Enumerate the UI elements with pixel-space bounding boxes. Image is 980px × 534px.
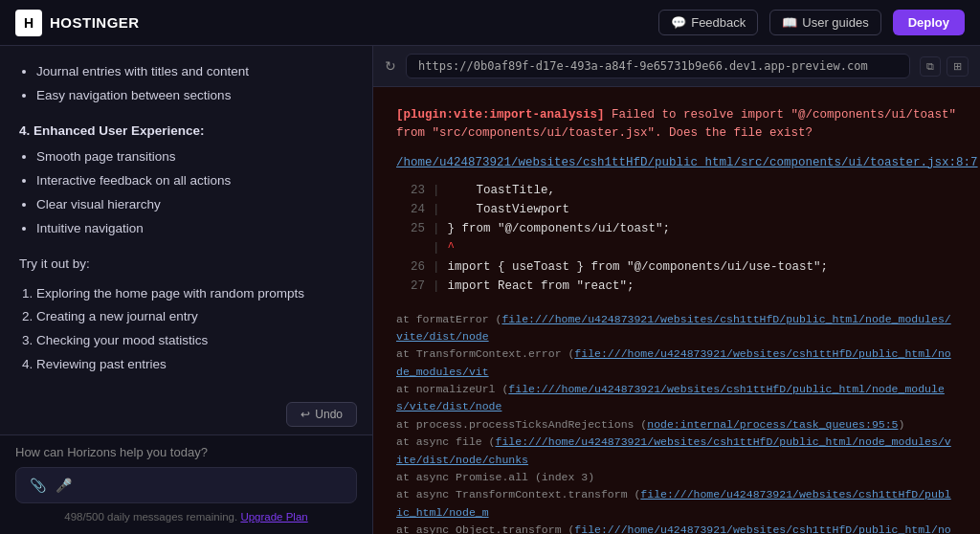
browser-icons: ⧉ ⊞ xyxy=(920,56,969,77)
chat-icon: 💬 xyxy=(671,15,686,30)
microphone-icon[interactable]: 🎤 xyxy=(56,478,72,493)
list-item: Creating a new journal entry xyxy=(36,306,353,328)
try-list: Exploring the home page with random prom… xyxy=(19,283,353,377)
code-line-27: 27 | import React from "react"; xyxy=(396,277,957,296)
logo-h-letter: H xyxy=(20,14,37,32)
stack-link-1[interactable]: file:///home/u424873921/websites/csh1ttH… xyxy=(396,313,951,343)
try-heading: Try it out by: xyxy=(19,254,353,276)
list-item: Interactive feedback on all actions xyxy=(36,170,353,192)
header: H HOSTINGER 💬 Feedback 📖 User guides Dep… xyxy=(0,0,980,46)
header-right: 💬 Feedback 📖 User guides Deploy xyxy=(658,10,965,35)
stack-line-7: at async TransformContext.transform (fil… xyxy=(396,486,957,522)
undo-icon: ↩ xyxy=(301,408,310,421)
list-item: Journal entries with titles and content xyxy=(36,61,353,83)
chat-input-box: 📎 🎤 xyxy=(15,467,357,503)
error-overlay: [plugin:vite:import-analysis] Failed to … xyxy=(373,87,980,534)
stack-line-8: at async Object.transform (file:///home/… xyxy=(396,522,957,534)
feedback-button[interactable]: 💬 Feedback xyxy=(658,10,758,35)
enhanced-ux-heading: 4. Enhanced User Experience: xyxy=(19,121,353,143)
main-layout: Journal entries with titles and content … xyxy=(0,46,980,534)
logo-icon: H xyxy=(15,10,42,36)
list-item: Reviewing past entries xyxy=(36,354,353,376)
error-plugin-label: [plugin:vite:import-analysis] xyxy=(396,108,605,122)
upgrade-link[interactable]: Upgrade Plan xyxy=(240,511,307,523)
enhanced-ux-block: 4. Enhanced User Experience: Smooth page… xyxy=(19,121,353,240)
list-item: Exploring the home page with random prom… xyxy=(36,283,353,305)
url-bar[interactable]: https://0b0af89f-d17e-493a-a84f-9e65731b… xyxy=(406,54,910,78)
refresh-icon[interactable]: ↻ xyxy=(385,58,396,74)
attachment-icon[interactable]: 📎 xyxy=(30,478,46,493)
list-item: Intuitive navigation xyxy=(36,218,353,240)
external-link-button[interactable]: ⊞ xyxy=(947,56,969,77)
chat-input[interactable] xyxy=(81,478,343,493)
code-line-caret: | ^ xyxy=(396,238,957,257)
error-file-link[interactable]: /home/u424873921/websites/csh1ttHfD/publ… xyxy=(396,156,957,169)
undo-bar: ↩ Undo xyxy=(0,394,372,434)
undo-button[interactable]: ↩ Undo xyxy=(286,402,357,427)
try-it-block: Try it out by: Exploring the home page w… xyxy=(19,254,353,377)
stack-line-4: at process.processTicksAndRejections (no… xyxy=(396,416,957,434)
left-panel: Journal entries with titles and content … xyxy=(0,46,373,534)
copy-icon-button[interactable]: ⧉ xyxy=(920,56,941,77)
stack-line-3: at normalizeUrl (file:///home/u424873921… xyxy=(396,381,957,416)
stack-link-8[interactable]: file:///home/u424873921/websites/csh1ttH… xyxy=(396,523,951,534)
stack-trace: at formatError (file:///home/u424873921/… xyxy=(396,311,957,535)
book-icon: 📖 xyxy=(782,15,797,30)
header-left: H HOSTINGER xyxy=(15,10,140,36)
list-item: Easy navigation between sections xyxy=(36,85,353,107)
user-guides-button[interactable]: 📖 User guides xyxy=(769,10,880,35)
stack-link-5[interactable]: file:///home/u424873921/websites/csh1ttH… xyxy=(396,435,951,465)
chat-content: Journal entries with titles and content … xyxy=(0,46,372,394)
stack-line-2: at TransformContext.error (file:///home/… xyxy=(396,345,957,381)
code-line-24: 24 | ToastViewport xyxy=(396,200,957,219)
stack-link-3[interactable]: file:///home/u424873921/websites/csh1ttH… xyxy=(396,383,945,412)
code-line-26: 26 | import { useToast } from "@/compone… xyxy=(396,257,957,277)
code-block: 23 | ToastTitle, 24 | ToastViewport 25 |… xyxy=(396,181,957,296)
stack-link-2[interactable]: file:///home/u424873921/websites/csh1ttH… xyxy=(396,347,951,377)
right-panel: ↻ https://0b0af89f-d17e-493a-a84f-9e6573… xyxy=(373,46,980,534)
list-item: Checking your mood statistics xyxy=(36,330,353,352)
intro-list-block: Journal entries with titles and content … xyxy=(19,61,353,107)
chat-footer: 498/500 daily messages remaining. Upgrad… xyxy=(15,511,357,524)
error-header: [plugin:vite:import-analysis] Failed to … xyxy=(396,106,957,143)
deploy-button[interactable]: Deploy xyxy=(893,10,965,35)
list-item: Clear visual hierarchy xyxy=(36,194,353,216)
chat-hint: How can Horizons help you today? xyxy=(15,445,357,459)
stack-line-6: at async Promise.all (index 3) xyxy=(396,469,957,486)
enhanced-ux-list: Smooth page transitions Interactive feed… xyxy=(19,146,353,240)
intro-list: Journal entries with titles and content … xyxy=(19,61,353,107)
logo-text: HOSTINGER xyxy=(50,14,140,31)
browser-bar: ↻ https://0b0af89f-d17e-493a-a84f-9e6573… xyxy=(373,46,980,87)
stack-line-5: at async file (file:///home/u424873921/w… xyxy=(396,434,957,469)
stack-link-4[interactable]: node:internal/process/task_queues:95:5 xyxy=(647,418,898,431)
code-line-23: 23 | ToastTitle, xyxy=(396,181,957,200)
chat-input-area: How can Horizons help you today? 📎 🎤 498… xyxy=(0,434,372,534)
stack-line-1: at formatError (file:///home/u424873921/… xyxy=(396,311,957,346)
list-item: Smooth page transitions xyxy=(36,146,353,168)
code-line-25: 25 | } from "@/components/ui/toast"; xyxy=(396,219,957,238)
stack-link-7[interactable]: file:///home/u424873921/websites/csh1ttH… xyxy=(396,488,951,518)
